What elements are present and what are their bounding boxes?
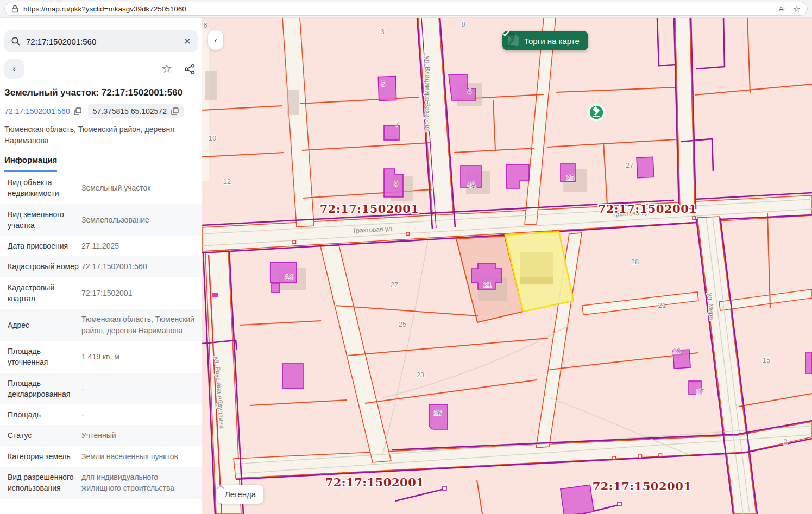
search-input[interactable]: 72:17:1502001:560 ✕ [4,30,198,52]
cadastral-map[interactable]: 6 3 8 10 12 5 4 7 9 4А 25 27 14 27 25 23… [202,18,812,514]
table-row: Дата присвоения27.11.2025 [0,236,202,256]
building-tiny [212,293,218,297]
chevron-up-icon [217,485,224,489]
search-icon [11,36,21,46]
legend-button[interactable]: Легенда [217,485,263,504]
favorite-star-button[interactable]: ☆ [160,62,174,76]
map-canvas[interactable]: 6 3 8 10 12 5 4 7 9 4А 25 27 14 27 25 23… [202,18,812,514]
building-16 [282,364,303,389]
table-row: Вид земельного участкаЗемлепользование [0,204,202,236]
svg-text:72:17:1502001: 72:17:1502001 [325,475,425,489]
svg-text:25: 25 [399,320,406,328]
building-edge [805,353,812,373]
svg-text:16: 16 [434,409,442,417]
svg-text:23: 23 [417,371,424,379]
cadastral-number-link[interactable]: 72:17:1502001:560 [4,107,81,116]
browser-toolbar: https://map.ru/pkk?ysclid=mkasgv39dk7250… [0,0,812,18]
table-row: Кадастровый номер72:17:1502001:560 [0,256,202,277]
street-zaharova-label: ул. Владимира Захарова [424,56,431,131]
svg-text:19: 19 [673,347,681,355]
bookmark-star-icon[interactable]: ☆ [793,4,801,14]
building-bottom [561,485,594,514]
back-button[interactable]: ‹ [4,59,24,79]
svg-text:27: 27 [391,281,398,289]
svg-text:2: 2 [783,437,787,446]
collapse-panel-button[interactable]: ‹ [208,30,223,50]
svg-text:25: 25 [566,174,574,182]
svg-text:21: 21 [658,301,666,309]
svg-text:7: 7 [395,120,399,128]
svg-text:4А: 4А [467,181,476,189]
svg-text:10: 10 [209,134,216,142]
url-text[interactable]: https://map.ru/pkk?ysclid=mkasgv39dk7250… [23,5,186,13]
auction-button-label: Торги на карте [524,36,580,46]
svg-text:15: 15 [763,356,770,364]
svg-text:17: 17 [696,388,704,396]
table-row: Площадь декларированная- [0,373,202,405]
page-title: Земельный участок: 72:17:1502001:560 [4,87,198,98]
coordinates-chip[interactable]: 57.375815 65.102572 [88,104,184,118]
copy-icon[interactable] [74,107,81,115]
table-row: АдресТюменская область, Тюменский район,… [0,309,202,341]
svg-text:72:17:1502001: 72:17:1502001 [593,479,692,493]
address-bar[interactable]: https://map.ru/pkk?ysclid=mkasgv39dk7250… [4,2,808,16]
table-row: Площадь- [0,404,202,425]
svg-text:9: 9 [394,180,398,188]
svg-text:27: 27 [626,161,633,169]
tab-information[interactable]: Информация [4,155,57,172]
building-21 [429,404,448,429]
auction-toggle-button[interactable]: Торги на карте [502,31,588,50]
table-row: Площадь уточненная1 419 кв. м [0,341,202,373]
table-row: Категория земельЗемли населенных пунктов [0,446,202,467]
lock-icon [11,5,18,13]
footprint-shade [520,277,553,284]
auction-marker[interactable] [589,105,604,120]
svg-text:4: 4 [467,87,471,96]
search-value[interactable]: 72:17:1502001:560 [26,37,178,46]
read-aloud-icon[interactable]: A⁾ [779,5,784,13]
svg-text:21: 21 [484,281,492,289]
svg-text:3: 3 [380,28,384,36]
tab-bar: Информация [0,155,202,172]
table-row: Кадастровый квартал72:17:1502001 [0,277,202,309]
svg-text:6: 6 [203,21,207,29]
building-27 [637,157,654,178]
legend-button-label: Легенда [225,490,256,499]
svg-text:14: 14 [285,273,293,281]
svg-text:12: 12 [223,177,231,186]
table-row: Вид объекта недвижимостиЗемельный участо… [0,172,202,204]
svg-text:28: 28 [631,258,639,266]
svg-text:72:17:1502001: 72:17:1502001 [320,202,419,215]
building-14-annex [272,284,280,293]
clear-search-icon[interactable]: ✕ [184,36,191,47]
gavel-watermark-icon [502,31,520,48]
svg-text:72:17:1502001: 72:17:1502001 [598,202,697,215]
parcel-address: Тюменская область, Тюменский район, дере… [4,124,184,147]
table-row: Вид разрешенного использованиядля индиви… [0,467,202,499]
share-button[interactable] [182,64,197,75]
table-row: СтатусУчтенный [0,425,202,446]
info-table: Вид объекта недвижимостиЗемельный участо… [0,172,202,499]
copy-icon[interactable] [171,107,179,115]
svg-text:8: 8 [461,20,465,28]
svg-text:5: 5 [381,80,385,88]
parcel-info-panel: 72:17:1502001:560 ✕ ‹ ☆ Земельный участо… [0,18,202,514]
